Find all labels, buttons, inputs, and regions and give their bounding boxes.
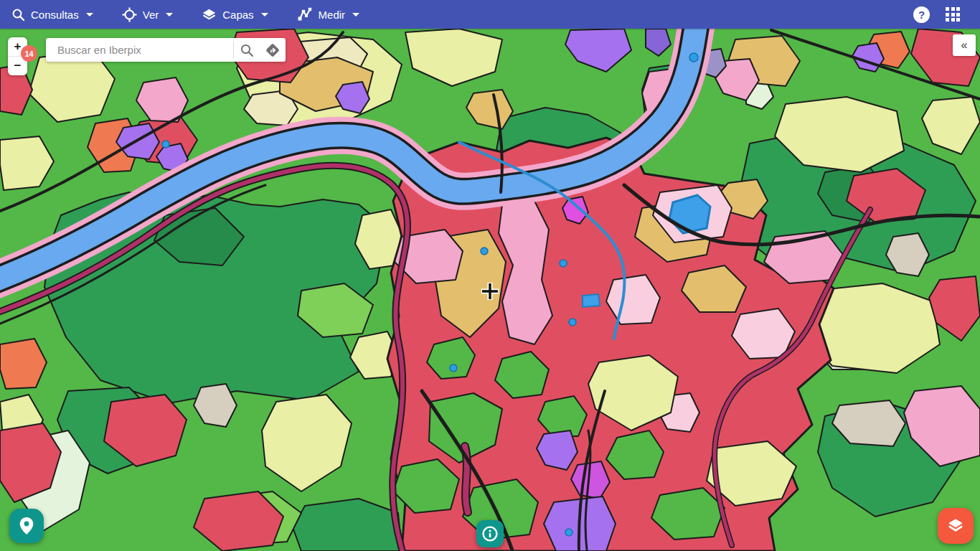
map-marker[interactable] xyxy=(481,248,488,255)
zoom-level-badge: 14 xyxy=(21,45,37,62)
map-marker[interactable] xyxy=(450,364,457,372)
chevron-down-icon xyxy=(352,13,359,17)
panel-collapse-button[interactable]: « xyxy=(953,34,976,56)
layers-icon xyxy=(202,8,217,22)
map-marker[interactable] xyxy=(162,141,169,148)
panel-collapse-label: « xyxy=(961,39,968,52)
topbar-right: ? xyxy=(913,6,980,23)
topbar: Consultas Ver Capas xyxy=(0,0,980,29)
menu-medir[interactable]: Medir xyxy=(297,7,360,22)
search-button[interactable] xyxy=(234,38,260,62)
map-marker[interactable] xyxy=(560,260,567,267)
help-icon[interactable]: ? xyxy=(913,6,930,23)
directions-icon xyxy=(265,42,281,58)
location-pin-icon xyxy=(19,517,34,535)
landcover-map-svg xyxy=(0,29,980,551)
map-marker[interactable] xyxy=(565,529,573,536)
map-marker[interactable] xyxy=(689,53,698,62)
search-icon xyxy=(240,43,254,57)
search-input[interactable] xyxy=(46,38,233,62)
layers-fab-button[interactable] xyxy=(938,508,974,544)
menu-ver[interactable]: Ver xyxy=(122,7,174,22)
menu-medir-label: Medir xyxy=(319,9,346,21)
my-location-button[interactable] xyxy=(9,509,44,543)
menu-capas-label: Capas xyxy=(222,9,253,21)
measure-icon xyxy=(297,7,313,22)
iberpix-viewer: Consultas Ver Capas xyxy=(0,0,980,551)
menu-capas[interactable]: Capas xyxy=(202,8,268,22)
water-patch xyxy=(583,294,600,307)
menu-ver-label: Ver xyxy=(143,9,159,21)
menu-consultas-label: Consultas xyxy=(31,9,79,21)
info-button[interactable] xyxy=(476,520,504,547)
map-marker[interactable] xyxy=(569,319,576,326)
map-canvas[interactable] xyxy=(0,29,980,551)
help-label: ? xyxy=(918,9,925,21)
gps-crosshair-icon xyxy=(122,7,137,22)
chevron-down-icon xyxy=(86,13,93,17)
layers-icon xyxy=(946,517,965,534)
menu-consultas[interactable]: Consultas xyxy=(11,8,93,22)
goto-coordinates-button[interactable] xyxy=(260,38,286,62)
magnifier-icon xyxy=(11,8,25,22)
apps-grid-icon[interactable] xyxy=(946,7,960,22)
info-icon xyxy=(481,525,499,542)
search-bar xyxy=(46,38,286,62)
chevron-down-icon xyxy=(166,13,173,17)
chevron-down-icon xyxy=(261,13,268,17)
